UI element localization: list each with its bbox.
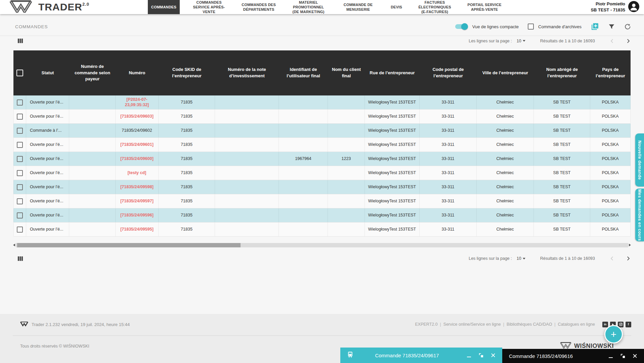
row-checkbox-cell [13,194,26,208]
filter-icon[interactable] [608,23,615,30]
column-header[interactable]: Pays de l’entrepreneur [590,50,631,95]
restore-window-icon[interactable] [477,352,485,359]
column-header[interactable]: Numéro [116,50,159,95]
compact-view-label: Vue de lignes compacte [472,24,519,29]
nav-item[interactable]: COMMANDES SERVICE APRÈS-VENTE [188,0,229,14]
linkedin-icon[interactable]: in [602,322,608,327]
table-row[interactable]: Ouverte pour l’é... [testy cd] 71835 Wie… [13,166,631,180]
next-page-button[interactable] [625,38,631,44]
row-checkbox[interactable] [17,198,23,204]
column-settings-icon[interactable] [17,255,24,262]
nav-item[interactable]: COMMANDES [148,0,180,14]
row-checkbox[interactable] [17,99,23,106]
close-icon[interactable] [631,352,639,360]
nav-item[interactable]: COMMANDES DES DÉPARTEMENTS [238,0,279,14]
scrollbar-thumb[interactable] [17,243,241,247]
cell-order-number-link[interactable]: [71835/24/09598] [116,180,159,194]
row-checkbox[interactable] [17,227,23,233]
nav-item[interactable]: DEVIS [387,0,405,14]
column-header[interactable]: Nom du client final [328,50,365,95]
refresh-icon[interactable] [624,23,631,30]
nav-item[interactable]: PORTAIL SERVICE APRÈS-VENTE [464,0,505,14]
nav-item[interactable]: FACTURES ÉLECTRONIQUES (E-FACTURES) [414,0,455,14]
footer-link[interactable]: Bibliothèques CAD/DAO [501,322,552,327]
row-checkbox[interactable] [17,114,23,120]
cell-order-number-link[interactable]: [71835/24/09603] [116,110,159,123]
user-name: Piotr Pomietło [591,1,625,7]
restore-window-icon[interactable] [619,352,627,360]
cell-order-number-link[interactable]: [71835/24/09601] [116,138,159,152]
cell-order-number-link[interactable]: [P2024-07-23,09:35:32] [116,95,159,109]
new-order-icon[interactable] [591,23,599,31]
column-header[interactable]: Rue de l’entrepreneur [365,50,420,95]
compact-view-toggle[interactable] [455,24,467,29]
close-icon[interactable] [489,352,497,359]
minimize-icon[interactable] [607,352,614,360]
scroll-right-arrow[interactable] [628,244,632,246]
cell-order-number-link[interactable]: [71835/24/09596] [116,208,159,222]
column-header[interactable]: Code postal de l’entrepreneur [420,50,477,95]
brand-logo[interactable]: TRADER2.0 [9,0,148,14]
row-checkbox[interactable] [17,184,23,190]
column-header[interactable]: Numéro de la note d’investissement [215,50,279,95]
row-checkbox[interactable] [17,170,23,176]
cell-order-number-link[interactable]: [71835/24/09600] [116,152,159,166]
table-controls-top: Les lignes sur la page : 10 Résultats de… [0,36,644,46]
avatar-icon[interactable] [628,1,639,13]
scrollbar-track[interactable] [16,243,628,247]
row-checkbox[interactable] [17,212,23,218]
footer-link[interactable]: Service online/Service en ligne [438,322,501,327]
prev-page-button[interactable] [609,255,615,261]
cell-payer-order-no [69,124,116,137]
table-row[interactable]: Ouverte pour l’é... [71835/24/09601] 718… [13,138,631,152]
minimized-window-order-09617[interactable]: Commande 71835/24/09617 [340,348,502,363]
side-tab-my-requests[interactable]: Mes demandes en cours [635,189,644,241]
column-header[interactable]: Code SKID de l’entrepreneur [159,50,215,95]
add-new-fab-button[interactable]: + [604,325,623,344]
table-row[interactable]: Ouverte pour l’é... [71835/24/09600] 718… [13,152,631,166]
cell-skid-code: 71835 [159,194,215,208]
row-checkbox[interactable] [17,142,23,148]
column-header[interactable]: Ville de l’entrepreneur [477,50,534,95]
side-tab-new-request[interactable]: Nouvelle demande [635,133,644,187]
nav-item[interactable]: COMMANDE DE MENUISERIE [338,0,379,14]
column-header[interactable]: Statut [26,50,69,95]
user-menu[interactable]: Piotr Pomietło SB TEST - 71835 [591,1,644,13]
cell-order-number-link[interactable]: [testy cd] [116,166,159,180]
rows-per-page-select[interactable]: 10 [517,256,525,261]
facebook-icon[interactable]: f [626,322,631,327]
table-row[interactable]: Ouverte pour l’é... [71835/24/09603] 718… [13,110,631,124]
scroll-left-arrow[interactable] [12,244,16,246]
table-row[interactable]: Ouverte pour l’é... [71835/24/09596] 718… [13,208,631,223]
column-header[interactable]: Nom abrégé de l’entrepreneur [534,50,590,95]
rows-per-page-select[interactable]: 10 [517,39,525,43]
minimize-icon[interactable] [465,352,473,359]
table-row[interactable]: Ouverte pour l’é... [71835/24/09597] 718… [13,194,631,208]
table-row[interactable]: Ouverte pour l’é... [71835/24/09595] 718… [13,223,631,237]
cell-status: Ouverte pour l’é... [26,152,69,166]
cell-short-name: SB TEST [534,152,590,166]
table-row[interactable]: Ouverte pour l’é... [P2024-07-23,09:35:3… [13,95,631,110]
cell-payer-order-no [69,194,116,208]
column-settings-icon[interactable] [17,38,24,44]
next-page-button[interactable] [625,255,631,261]
cell-end-client-name [328,223,365,236]
cell-order-number-link[interactable]: 71835/24/09602 [116,124,159,137]
app-title: TRADER2.0 [38,1,89,13]
column-header[interactable]: Identifiant de l’utilisateur final [279,50,328,95]
footer-link[interactable]: EXPERT2.0 [415,322,437,327]
archive-orders-checkbox[interactable] [528,24,534,30]
select-all-checkbox[interactable] [16,70,23,76]
cell-order-number-link[interactable]: [71835/24/09597] [116,194,159,208]
nav-item[interactable]: MATERIEL PROMOTIONNEL (DE MARKETING) [288,0,329,14]
cell-payer-order-no [69,223,116,236]
column-header[interactable]: Numéro de commande selon payeur [69,50,116,95]
footer-link[interactable]: Catalogues en ligne [552,322,595,327]
table-row[interactable]: Commande à l’... 71835/24/09602 71835 Wi… [13,124,631,138]
prev-page-button[interactable] [609,38,615,44]
table-row[interactable]: Ouverte pour l’é... [71835/24/09598] 718… [13,180,631,194]
minimized-window-order-09616[interactable]: Commande 71835/24/09616 [502,349,644,363]
row-checkbox[interactable] [17,156,23,162]
cell-order-number-link[interactable]: [71835/24/09595] [116,223,159,236]
row-checkbox[interactable] [17,128,23,134]
